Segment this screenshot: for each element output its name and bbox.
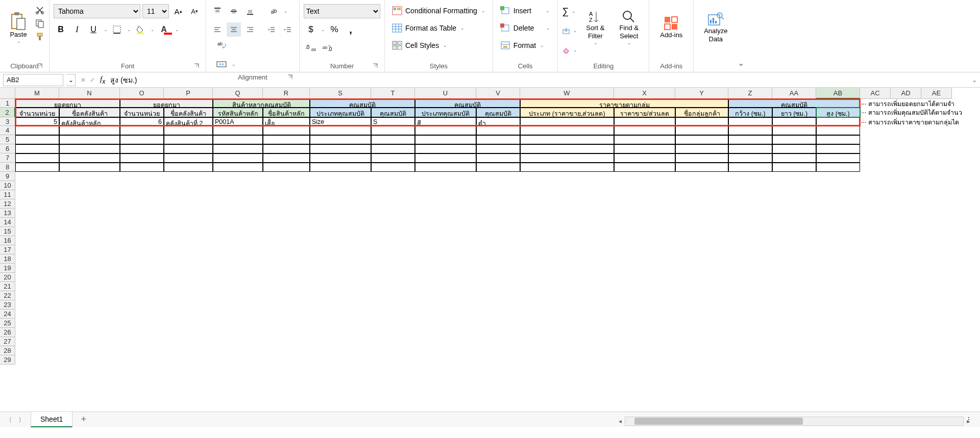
cell-W4[interactable] xyxy=(520,126,614,135)
font-dialog-launcher[interactable] xyxy=(193,63,201,70)
row-header-6[interactable]: 6 xyxy=(0,144,15,153)
cell-W2[interactable]: ประเภท (ราคาขาย,ส่วนลด) xyxy=(520,108,614,117)
cell-V8[interactable] xyxy=(476,163,520,172)
horizontal-scrollbar[interactable]: ◂ ▸ xyxy=(616,416,973,427)
cell-R2[interactable]: ชื่อสินค้าหลัก xyxy=(263,108,310,117)
prev-sheet-button[interactable]: ⟨ xyxy=(9,416,12,423)
paste-button[interactable]: Paste ⌄ xyxy=(4,2,33,53)
copy-button[interactable] xyxy=(35,18,45,29)
collapse-ribbon-button[interactable]: ⌄ xyxy=(738,0,748,72)
cancel-formula-button[interactable]: ✕ xyxy=(81,76,86,84)
align-top-button[interactable] xyxy=(210,4,225,18)
cell-V3[interactable]: ดำ xyxy=(476,117,520,126)
name-box[interactable] xyxy=(3,74,63,86)
cell-AA5[interactable] xyxy=(772,135,816,144)
cell-S5[interactable] xyxy=(310,135,371,144)
cell-S7[interactable] xyxy=(310,153,371,163)
row-header-27[interactable]: 27 xyxy=(0,337,15,346)
cell-S4[interactable] xyxy=(310,126,371,135)
chevron-down-icon[interactable]: ⌄ xyxy=(151,27,155,32)
col-header-V[interactable]: V xyxy=(476,88,520,99)
row-header-9[interactable]: 9 xyxy=(0,172,15,181)
col-header-AA[interactable]: AA xyxy=(772,88,816,99)
cell-S6[interactable] xyxy=(310,144,371,153)
cell-N2[interactable]: ชื่อคลังสินค้า xyxy=(59,108,120,117)
cell-Y7[interactable] xyxy=(675,153,728,163)
addins-button[interactable]: Add-ins xyxy=(653,2,689,53)
col-header-Q[interactable]: Q xyxy=(213,88,263,99)
align-center-button[interactable] xyxy=(227,22,241,37)
font-size-select[interactable]: 11 xyxy=(142,4,169,18)
chevron-down-icon[interactable]: ⌄ xyxy=(104,27,108,32)
cell-AB2[interactable]: สูง (ซม.) xyxy=(816,108,860,117)
row-header-19[interactable]: 19 xyxy=(0,264,15,273)
cell-O7[interactable] xyxy=(120,153,164,163)
scroll-thumb[interactable] xyxy=(634,418,803,425)
cell-Q4[interactable] xyxy=(213,126,263,135)
row-header-18[interactable]: 18 xyxy=(0,254,15,264)
cell-X8[interactable] xyxy=(614,163,675,172)
comma-format-button[interactable]: , xyxy=(344,22,358,37)
cell-U5[interactable] xyxy=(415,135,476,144)
align-left-button[interactable] xyxy=(210,22,225,37)
cell-P7[interactable] xyxy=(164,153,213,163)
cell-Q2[interactable]: รหัสสินค้าหลัก xyxy=(213,108,263,117)
insert-button[interactable]: Insert⌄ xyxy=(497,3,553,18)
row-header-1[interactable]: 1 xyxy=(0,99,15,108)
cell-N6[interactable] xyxy=(59,144,120,153)
next-sheet-button[interactable]: ⟩ xyxy=(19,416,21,423)
cell-S1[interactable]: คุณสมบัติ xyxy=(310,99,415,108)
cell-AB3[interactable] xyxy=(816,117,860,126)
cell-Y5[interactable] xyxy=(675,135,728,144)
fill-color-button[interactable] xyxy=(133,22,148,37)
row-header-14[interactable]: 14 xyxy=(0,218,15,227)
cell-P6[interactable] xyxy=(164,144,213,153)
cell-V4[interactable] xyxy=(476,126,520,135)
cell-Y8[interactable] xyxy=(675,163,728,172)
border-button[interactable] xyxy=(110,22,124,37)
clipboard-dialog-launcher[interactable] xyxy=(37,63,44,70)
row-header-7[interactable]: 7 xyxy=(0,153,15,163)
cell-Q8[interactable] xyxy=(213,163,263,172)
cell-Z8[interactable] xyxy=(728,163,772,172)
conditional-formatting-button[interactable]: Conditional Formatting⌄ xyxy=(389,3,488,18)
sort-filter-button[interactable]: AZ Sort & Filter⌄ xyxy=(579,2,611,53)
underline-button[interactable]: U xyxy=(86,22,101,37)
row-header-20[interactable]: 20 xyxy=(0,273,15,282)
cell-R4[interactable] xyxy=(263,126,310,135)
row-header-26[interactable]: 26 xyxy=(0,328,15,337)
row-header-8[interactable]: 8 xyxy=(0,163,15,172)
orientation-button[interactable]: ab xyxy=(266,4,281,18)
cell-M4[interactable] xyxy=(15,126,59,135)
merge-button[interactable] xyxy=(214,57,229,71)
enter-formula-button[interactable]: ✓ xyxy=(90,76,95,84)
cell-O5[interactable] xyxy=(120,135,164,144)
col-header-Z[interactable]: Z xyxy=(728,88,772,99)
chevron-down-icon[interactable]: ⌄ xyxy=(573,28,577,33)
col-header-AC[interactable]: AC xyxy=(860,88,891,99)
col-header-R[interactable]: R xyxy=(263,88,310,99)
row-header-16[interactable]: 16 xyxy=(0,236,15,245)
cell-S8[interactable] xyxy=(310,163,371,172)
cell-AB8[interactable] xyxy=(816,163,860,172)
cell-T6[interactable] xyxy=(371,144,415,153)
cell-Z2[interactable]: กว้าง (ซม.) xyxy=(728,108,772,117)
cell-U1[interactable]: คุณสมบัติ xyxy=(415,99,520,108)
chevron-down-icon[interactable]: ⌄ xyxy=(321,27,325,32)
col-header-P[interactable]: P xyxy=(164,88,213,99)
cell-T7[interactable] xyxy=(371,153,415,163)
cell-T4[interactable] xyxy=(371,126,415,135)
decrease-indent-button[interactable] xyxy=(264,22,279,37)
cell-X7[interactable] xyxy=(614,153,675,163)
col-header-U[interactable]: U xyxy=(415,88,476,99)
cell-O3[interactable]: 6 xyxy=(120,117,164,126)
cell-AA2[interactable]: ยาว (ซม.) xyxy=(772,108,816,117)
cell-M7[interactable] xyxy=(15,153,59,163)
cell-V5[interactable] xyxy=(476,135,520,144)
cell-U6[interactable] xyxy=(415,144,476,153)
row-header-24[interactable]: 24 xyxy=(0,310,15,319)
cell-T5[interactable] xyxy=(371,135,415,144)
cell-Z3[interactable] xyxy=(728,117,772,126)
cell-W5[interactable] xyxy=(520,135,614,144)
cell-X4[interactable] xyxy=(614,126,675,135)
